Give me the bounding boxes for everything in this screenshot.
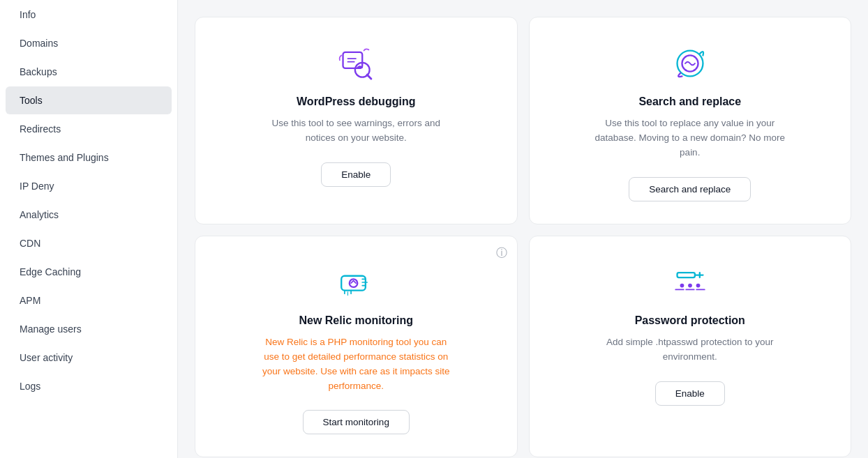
sidebar-item-tools[interactable]: Tools <box>6 86 172 114</box>
sidebar-item-themes-and-plugins[interactable]: Themes and Plugins <box>6 144 172 171</box>
card-wordpress-debugging: WordPress debuggingUse this tool to see … <box>195 17 518 224</box>
sidebar-item-domains[interactable]: Domains <box>6 29 172 57</box>
wordpress-debugging-icon <box>335 43 377 84</box>
search-and-replace-icon <box>669 43 711 84</box>
card-search-and-replace: Search and replaceUse this tool to repla… <box>529 17 852 224</box>
sidebar-item-analytics[interactable]: Analytics <box>6 201 172 229</box>
sidebar-item-logs[interactable]: Logs <box>6 372 172 400</box>
sidebar: InfoDomainsBackupsToolsRedirectsThemes a… <box>0 0 178 458</box>
sidebar-item-ip-deny[interactable]: IP Deny <box>6 172 172 200</box>
card-desc: New Relic is a PHP monitoring tool you c… <box>258 335 454 394</box>
info-icon[interactable]: ⓘ <box>496 246 507 261</box>
card-new-relic-monitoring: ⓘ New Relic monitoringNew Relic is a PHP… <box>195 236 518 458</box>
svg-point-21 <box>696 283 700 287</box>
password-protection-icon <box>669 261 711 303</box>
main-content: WordPress debuggingUse this tool to see … <box>178 0 868 458</box>
card-password-protection: Password protectionAdd simple .htpasswd … <box>529 236 852 458</box>
svg-rect-16 <box>677 273 694 277</box>
sidebar-item-user-activity[interactable]: User activity <box>6 344 172 372</box>
sidebar-item-cdn[interactable]: CDN <box>6 229 172 257</box>
card-title: Search and replace <box>638 96 741 108</box>
card-button[interactable]: Enable <box>655 381 725 406</box>
sidebar-item-backups[interactable]: Backups <box>6 58 172 86</box>
sidebar-item-apm[interactable]: APM <box>6 287 172 314</box>
svg-line-2 <box>367 75 371 79</box>
sidebar-item-edge-caching[interactable]: Edge Caching <box>6 258 172 286</box>
card-desc: Use this tool to replace any value in yo… <box>592 116 788 160</box>
card-button[interactable]: Enable <box>321 162 391 187</box>
card-button[interactable]: Start monitoring <box>303 410 410 434</box>
card-button[interactable]: Search and replace <box>629 177 751 201</box>
card-title: WordPress debugging <box>297 96 415 108</box>
svg-rect-8 <box>341 276 366 291</box>
sidebar-item-info[interactable]: Info <box>6 1 172 29</box>
card-desc: Add simple .htpasswd protection to your … <box>592 335 788 365</box>
card-desc: Use this tool to see warnings, errors an… <box>258 116 454 146</box>
svg-point-19 <box>680 283 684 287</box>
tools-grid: WordPress debuggingUse this tool to see … <box>195 17 851 457</box>
sidebar-item-manage-users[interactable]: Manage users <box>6 315 172 343</box>
card-title: Password protection <box>635 314 745 327</box>
svg-point-20 <box>688 283 692 287</box>
new-relic-monitoring-icon <box>335 261 377 303</box>
card-title: New Relic monitoring <box>299 314 413 327</box>
sidebar-item-redirects[interactable]: Redirects <box>6 115 172 143</box>
